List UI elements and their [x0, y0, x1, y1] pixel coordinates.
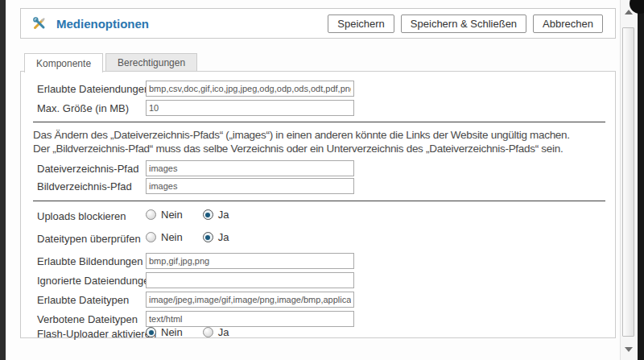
check-mime-no-radio[interactable]	[146, 232, 156, 242]
radio-option-label: Nein	[161, 231, 183, 243]
block-uploads-yes-radio[interactable]	[203, 209, 213, 220]
flash-uploader-no-radio[interactable]	[146, 327, 156, 337]
field-label-allowed-extensions: Erlaubte Dateiendungen	[37, 83, 150, 95]
field-label-flash-uploader: Flash-Uploader aktivieren	[37, 328, 156, 340]
radio-option-label: Ja	[218, 209, 229, 221]
radio-option-label: Ja	[218, 326, 229, 338]
radio-option-label: Nein	[161, 209, 183, 221]
window-edge-left	[0, 0, 6, 360]
field-label-ignored-extensions: Ignorierte Dateiendungen	[37, 275, 155, 287]
window-edge-right	[638, 0, 644, 360]
ignored-extensions-input[interactable]	[146, 272, 354, 288]
field-label-file-path: Dateiverzeichnis-Pfad	[37, 163, 138, 175]
image-extensions-input[interactable]	[146, 253, 354, 269]
notice-line-1: Das Ändern des „Dateiverzeichnis-Pfads“ …	[33, 128, 570, 142]
scroll-down-icon[interactable]	[625, 347, 633, 352]
field-label-allowed-mime: Erlaubte Dateitypen	[37, 294, 129, 306]
file-path-input[interactable]	[146, 160, 354, 176]
save-and-close-button[interactable]: Speichern & Schließen	[401, 14, 526, 33]
toolbar: Speichern Speichern & Schließen Abbreche…	[328, 14, 603, 33]
notice-line-2: Der „Bildverzeichnis-Pfad“ muss das selb…	[33, 142, 570, 155]
tab-permissions[interactable]: Berechtigungen	[105, 53, 197, 72]
component-options-panel: Erlaubte Dateiendungen Max. Größe (in MB…	[20, 71, 616, 338]
save-button[interactable]: Speichern	[328, 14, 394, 33]
tab-component[interactable]: Komponente	[24, 53, 103, 72]
tab-bar: Komponente Berechtigungen	[24, 53, 200, 72]
field-label-check-mime: Dateitypen überprüfen	[37, 233, 141, 245]
field-label-image-extensions: Erlaubte Bildendungen	[37, 255, 143, 267]
flash-uploader-radio-group: Nein Ja	[146, 326, 229, 338]
field-label-max-size: Max. Größe (in MB)	[37, 102, 129, 114]
block-uploads-radio-group: Nein Ja	[146, 209, 229, 221]
page-title: Medienoptionen	[56, 17, 149, 31]
tools-icon	[32, 16, 47, 31]
field-label-image-path: Bildverzeichnis-Pfad	[37, 180, 132, 192]
vertical-scrollbar[interactable]	[620, 0, 637, 360]
cancel-button[interactable]: Abbrechen	[533, 14, 603, 33]
path-change-notice: Das Ändern des „Dateiverzeichnis-Pfads“ …	[33, 128, 570, 155]
scrollbar-thumb[interactable]	[622, 27, 634, 337]
flash-uploader-yes-radio[interactable]	[203, 327, 213, 337]
allowed-mime-input[interactable]	[146, 292, 354, 308]
image-path-input[interactable]	[146, 178, 354, 194]
divider	[33, 122, 605, 122]
check-mime-radio-group: Nein Ja	[146, 231, 229, 243]
max-size-input[interactable]	[146, 100, 354, 116]
block-uploads-no-radio[interactable]	[146, 209, 156, 220]
check-mime-yes-radio[interactable]	[203, 232, 213, 242]
radio-option-label: Ja	[218, 231, 229, 243]
field-label-block-uploads: Uploads blockieren	[37, 210, 126, 222]
field-label-forbidden-mime: Verbotene Dateitypen	[37, 313, 138, 325]
page-header: Medienoptionen Speichern Speichern & Sch…	[20, 8, 616, 39]
radio-option-label: Nein	[161, 326, 183, 338]
allowed-extensions-input[interactable]	[146, 81, 354, 97]
divider	[33, 201, 605, 201]
forbidden-mime-input[interactable]	[146, 311, 354, 327]
